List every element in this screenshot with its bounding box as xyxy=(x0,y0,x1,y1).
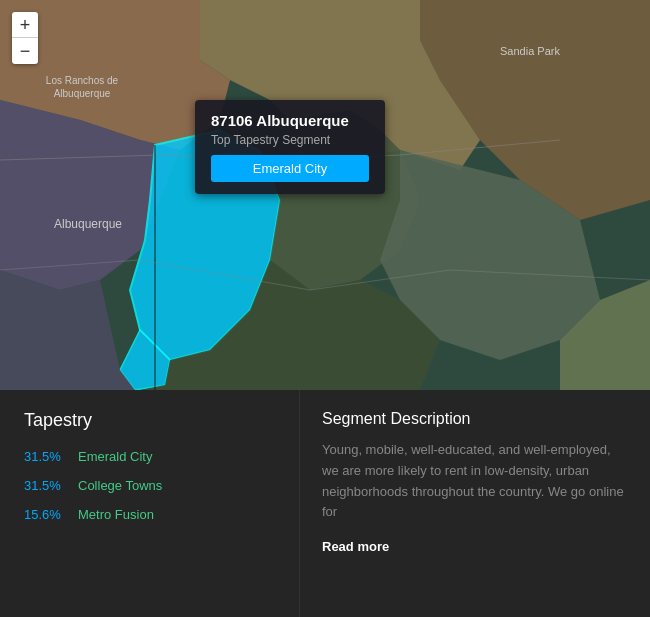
popup-segment-name: Emerald City xyxy=(211,155,369,182)
zoom-out-button[interactable]: − xyxy=(12,38,38,64)
tapestry-pct-2: 31.5% xyxy=(24,478,64,493)
segment-panel: Segment Description Young, mobile, well-… xyxy=(300,390,650,617)
tapestry-panel: Tapestry 31.5% Emerald City 31.5% Colleg… xyxy=(0,390,300,617)
map-popup: 87106 Albuquerque Top Tapestry Segment E… xyxy=(195,100,385,194)
tapestry-name-1: Emerald City xyxy=(78,449,152,464)
tapestry-pct-1: 31.5% xyxy=(24,449,64,464)
list-item: 31.5% Emerald City xyxy=(24,449,275,464)
tapestry-name-2: College Towns xyxy=(78,478,162,493)
map-container: Los Ranchos de Albuquerque Albuquerque S… xyxy=(0,0,650,390)
tapestry-pct-3: 15.6% xyxy=(24,507,64,522)
svg-text:Sandia Park: Sandia Park xyxy=(500,45,560,57)
tapestry-name-3: Metro Fusion xyxy=(78,507,154,522)
map-svg: Los Ranchos de Albuquerque Albuquerque S… xyxy=(0,0,650,390)
svg-text:Los Ranchos de: Los Ranchos de xyxy=(46,75,119,86)
svg-text:Albuquerque: Albuquerque xyxy=(54,88,111,99)
segment-title: Segment Description xyxy=(322,410,628,428)
svg-text:Albuquerque: Albuquerque xyxy=(54,217,122,231)
list-item: 15.6% Metro Fusion xyxy=(24,507,275,522)
popup-segment-label: Top Tapestry Segment xyxy=(211,133,369,147)
list-item: 31.5% College Towns xyxy=(24,478,275,493)
tapestry-title: Tapestry xyxy=(24,410,275,431)
segment-description: Young, mobile, well-educated, and well-e… xyxy=(322,440,628,523)
zoom-controls: + − xyxy=(12,12,38,64)
read-more-button[interactable]: Read more xyxy=(322,539,389,554)
popup-zip-city: 87106 Albuquerque xyxy=(211,112,369,129)
tapestry-list: 31.5% Emerald City 31.5% College Towns 1… xyxy=(24,449,275,522)
bottom-panel: Tapestry 31.5% Emerald City 31.5% Colleg… xyxy=(0,390,650,617)
zoom-in-button[interactable]: + xyxy=(12,12,38,38)
